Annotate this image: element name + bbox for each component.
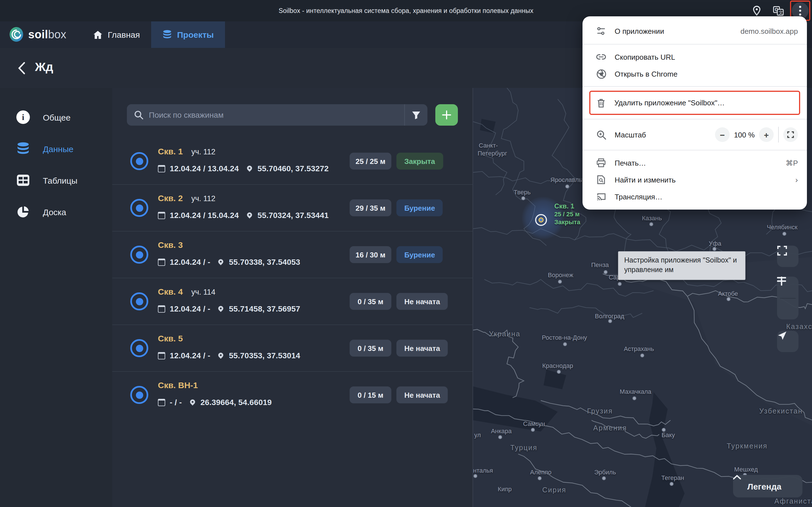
back-button[interactable] — [13, 60, 29, 76]
map-city-dot — [558, 280, 562, 284]
map-city-label: Махачкала — [620, 388, 651, 395]
nav-projects[interactable]: Проекты — [151, 21, 225, 48]
map-city-label: Уфа — [709, 240, 721, 247]
well-status-badge: Бурение — [396, 246, 443, 263]
well-marker-icon — [130, 245, 148, 264]
well-row[interactable]: Скв. ВН-1 - / - 26.39664, 54.66019 0 / 1… — [112, 372, 472, 418]
translate-icon[interactable]: G文 — [772, 5, 784, 16]
menu-about-domain: demo.soilbox.app — [741, 27, 798, 35]
map-zoom-out-button[interactable] — [777, 298, 799, 320]
filter-icon[interactable] — [405, 104, 427, 126]
map-city-dot — [531, 428, 535, 432]
sidebar-item-board[interactable]: Доска — [0, 196, 112, 228]
map-city-label: Ростов-на-Дону — [542, 334, 587, 341]
sidebar-item-tables[interactable]: Таблицы — [0, 165, 112, 196]
well-row[interactable]: Скв. 4 уч. 114 12.04.24 / - 55.71458, 37… — [112, 278, 472, 325]
map-city-label: Тверь — [514, 189, 530, 195]
svg-text:文: 文 — [778, 10, 783, 15]
pie-chart-icon — [16, 205, 31, 219]
calendar-icon — [158, 212, 165, 219]
home-icon — [93, 30, 103, 39]
map-city-label: ул — [474, 432, 481, 438]
calendar-icon — [158, 165, 165, 172]
menu-about-label: О приложении — [615, 27, 741, 35]
well-marker-icon — [130, 199, 148, 217]
well-name: Скв. 2 — [158, 193, 183, 203]
map-city-dot — [538, 476, 542, 480]
menu-item-delete-app[interactable]: Удалить приложение "Soilbox"… — [591, 92, 799, 114]
map-city-label: Кипр — [498, 486, 511, 492]
map-city-label: Эрбиль — [594, 469, 616, 475]
well-map-marker[interactable] — [535, 214, 547, 226]
map-country-label: Турция — [510, 444, 538, 452]
well-depth-badge: 25 / 25 м — [350, 153, 391, 170]
pin-icon — [217, 258, 224, 265]
menu-cast-label: Трансляция… — [615, 192, 798, 201]
well-name: Скв. 1 — [158, 147, 183, 156]
menu-item-print[interactable]: Печать… ⌘P — [582, 154, 807, 171]
well-depth-badge: 0 / 35 м — [350, 293, 391, 310]
submenu-chevron-icon: › — [795, 175, 798, 184]
well-status-badge: Не начата — [396, 386, 448, 403]
well-row[interactable]: Скв. 2 уч. 112 12.04.24 / 15.04.24 55.70… — [112, 185, 472, 231]
zoom-in-button[interactable]: + — [759, 127, 774, 142]
app-window: Soilbox - интеллектуальная система сбора… — [0, 0, 812, 507]
well-marker-icon — [130, 339, 148, 357]
map-city-label: Ярославль — [550, 176, 582, 183]
add-well-button[interactable] — [435, 104, 458, 126]
map-city-dot — [670, 482, 673, 486]
map-fullscreen-button[interactable] — [777, 245, 799, 267]
nav-home[interactable]: Главная — [82, 21, 151, 48]
menu-item-about[interactable]: О приложении demo.soilbox.app — [582, 22, 807, 40]
sidebar-item-data[interactable]: Данные — [0, 133, 112, 165]
menu-print-shortcut: ⌘P — [786, 159, 798, 167]
menu-item-open-in-chrome[interactable]: Открыть в Chrome — [582, 65, 807, 82]
map-city-dot — [557, 370, 561, 374]
well-dates: 12.04.24 / - — [170, 304, 210, 313]
menu-divider — [582, 119, 807, 119]
map-city-dot — [604, 270, 608, 274]
menu-item-find-edit[interactable]: Найти и изменить › — [582, 171, 807, 188]
menu-delete-app-label: Удалить приложение "Soilbox"… — [614, 99, 790, 107]
zoom-icon — [596, 129, 606, 140]
zoom-out-button[interactable]: − — [715, 127, 730, 142]
calendar-icon — [158, 352, 165, 359]
menu-item-cast[interactable]: Трансляция… — [582, 188, 807, 205]
wells-search[interactable]: Поиск по скважинам — [127, 104, 427, 126]
well-dates: 12.04.24 / 13.04.24 — [170, 164, 239, 173]
map-zoom-control — [777, 277, 799, 320]
map-city-label: Петербург — [477, 150, 507, 157]
fullscreen-button[interactable] — [783, 127, 798, 142]
pin-icon — [217, 351, 224, 358]
well-coords: 55.70338, 37.54053 — [229, 258, 300, 267]
well-row[interactable]: Скв. 5 12.04.24 / - 55.70353, 37.53014 0… — [112, 325, 472, 372]
map-city-dot — [632, 396, 637, 400]
search-icon — [134, 110, 143, 119]
project-title: Жд — [35, 60, 53, 74]
well-depth-badge: 0 / 15 м — [350, 386, 391, 403]
well-row[interactable]: Скв. 3 12.04.24 / - 55.70338, 37.54053 1… — [112, 231, 472, 278]
well-coords: 55.70460, 37.53272 — [257, 164, 329, 173]
map-country-label: Сирия — [542, 486, 566, 494]
map-city-dot — [649, 222, 653, 226]
map-country-label: Грузия — [587, 407, 613, 415]
map-city-label: Самсун — [523, 420, 545, 427]
pin-icon — [189, 398, 196, 405]
location-pin-icon[interactable] — [751, 5, 762, 16]
sidebar-item-general[interactable]: i Общее — [0, 101, 112, 133]
calendar-icon — [158, 305, 165, 313]
brand-soil: soil — [28, 28, 48, 40]
menu-item-copy-url[interactable]: Скопировать URL — [582, 48, 807, 65]
map-locate-button[interactable] — [777, 331, 799, 352]
map-zoom-in-button[interactable] — [777, 277, 799, 298]
map-city-dot — [662, 428, 666, 432]
well-name: Скв. 3 — [158, 240, 183, 249]
well-row[interactable]: Скв. 1 уч. 112 12.04.24 / 13.04.24 55.70… — [112, 138, 472, 185]
well-depth-badge: 16 / 30 м — [350, 246, 391, 263]
search-placeholder: Поиск по скважинам — [149, 110, 404, 119]
legend-button[interactable]: Легенда — [733, 475, 802, 497]
well-coords: 26.39664, 54.66019 — [200, 398, 272, 407]
well-coords: 55.70353, 37.53014 — [229, 351, 300, 360]
map-city-dot — [712, 247, 716, 251]
well-dates: 12.04.24 / - — [170, 258, 210, 267]
